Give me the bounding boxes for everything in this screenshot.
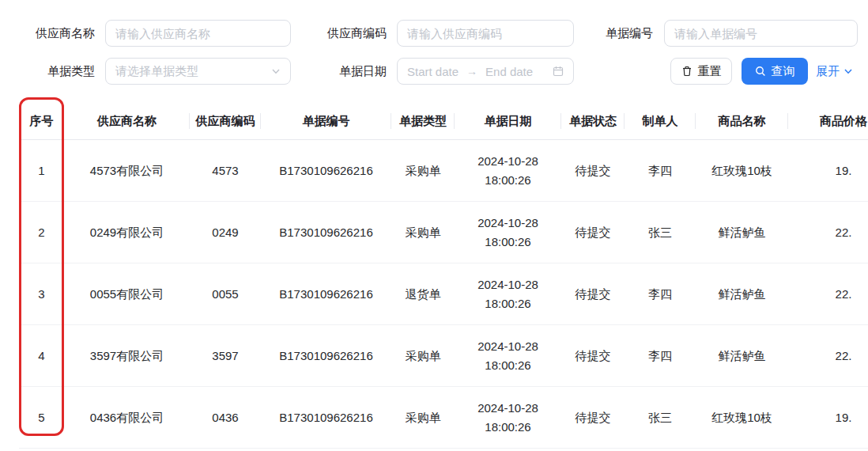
table-header-row: 序号 供应商名称 供应商编码 单据编号 单据类型 单据日期 单据状态 制单人 商… (19, 103, 868, 140)
doc-date-time: 18:00:26 (485, 294, 530, 313)
table-row: 2 0249有限公司 0249 B1730109626216 采购单 2024-… (19, 202, 868, 263)
cell-supplier-name: 4573有限公司 (64, 161, 190, 180)
cell-product-price: 19. (788, 161, 868, 180)
cell-doc-no: B1730109626216 (261, 285, 391, 304)
cell-seq: 4 (19, 347, 64, 366)
cell-doc-type: 采购单 (391, 223, 455, 242)
table-body: 1 4573有限公司 4573 B1730109626216 采购单 2024-… (19, 140, 868, 449)
doc-date-date: 2024-10-28 (477, 399, 538, 418)
search-button[interactable]: 查询 (742, 58, 808, 85)
cell-supplier-code: 0249 (190, 223, 261, 242)
column-header: 单据编号 (261, 103, 391, 140)
cell-status: 待提交 (561, 161, 625, 180)
doc-no-label: 单据编号 (558, 20, 653, 47)
table-row: 1 4573有限公司 4573 B1730109626216 采购单 2024-… (19, 140, 868, 202)
doc-no-input[interactable] (664, 20, 858, 47)
cell-product-price: 22. (788, 347, 868, 366)
page: 供应商名称 供应商编码 单据编号 单据类型 请选择单据类型 单据日期 Start… (0, 0, 868, 451)
cell-doc-date: 2024-10-28 18:00:26 (455, 214, 561, 252)
doc-date-date: 2024-10-28 (477, 275, 538, 294)
search-button-label: 查询 (772, 64, 795, 79)
cell-supplier-name: 0249有限公司 (64, 223, 190, 242)
cell-creator: 李四 (625, 161, 696, 180)
table-row: 3 0055有限公司 0055 B1730109626216 退货单 2024-… (19, 263, 868, 325)
cell-seq: 1 (19, 161, 64, 180)
cell-doc-type: 采购单 (391, 161, 455, 180)
cell-creator: 张三 (625, 223, 696, 242)
column-header: 制单人 (625, 103, 696, 140)
cell-supplier-code: 3597 (190, 347, 261, 366)
supplier-name-input[interactable] (105, 20, 291, 47)
cell-product-price: 22. (788, 285, 868, 304)
cell-seq: 5 (19, 408, 64, 427)
cell-doc-date: 2024-10-28 18:00:26 (455, 399, 561, 437)
cell-doc-no: B1730109626216 (261, 408, 391, 427)
cell-supplier-name: 0436有限公司 (64, 408, 190, 427)
cell-supplier-code: 0436 (190, 408, 261, 427)
cell-product-price: 19. (788, 408, 868, 427)
column-header: 单据类型 (391, 103, 455, 140)
cell-doc-no: B1730109626216 (261, 161, 391, 180)
cell-product-name: 红玫瑰10枝 (696, 161, 788, 180)
cell-doc-date: 2024-10-28 18:00:26 (455, 152, 561, 190)
cell-seq: 3 (19, 285, 64, 304)
table-row: 5 0436有限公司 0436 B1730109626216 采购单 2024-… (19, 387, 868, 449)
doc-date-time: 18:00:26 (485, 171, 530, 190)
doc-type-label: 单据类型 (0, 58, 95, 85)
cell-doc-no: B1730109626216 (261, 347, 391, 366)
cell-supplier-name: 0055有限公司 (64, 285, 190, 304)
table-row: 4 3597有限公司 3597 B1730109626216 采购单 2024-… (19, 325, 868, 387)
column-header: 序号 (19, 103, 64, 140)
column-header: 单据状态 (561, 103, 625, 140)
doc-date-range-picker[interactable]: Start date → End date (397, 58, 574, 85)
doc-date-label: 单据日期 (292, 58, 387, 85)
doc-date-time: 18:00:26 (485, 356, 530, 375)
calendar-icon (553, 66, 564, 77)
cell-doc-type: 采购单 (391, 347, 455, 366)
column-header: 商品名称 (696, 103, 788, 140)
cell-product-name: 鲜活鲈鱼 (696, 347, 788, 366)
cell-seq: 2 (19, 223, 64, 242)
trash-icon (681, 66, 693, 77)
doc-type-select-placeholder: 请选择单据类型 (115, 64, 271, 79)
supplier-code-input[interactable] (397, 20, 574, 47)
doc-date-date: 2024-10-28 (477, 337, 538, 356)
cell-supplier-code: 0055 (190, 285, 261, 304)
cell-supplier-name: 3597有限公司 (64, 347, 190, 366)
cell-product-name: 鲜活鲈鱼 (696, 223, 788, 242)
cell-status: 待提交 (561, 408, 625, 427)
cell-status: 待提交 (561, 285, 625, 304)
chevron-down-icon (271, 66, 281, 76)
column-header: 供应商名称 (64, 103, 190, 140)
reset-button-label: 重置 (698, 64, 722, 79)
cell-creator: 李四 (625, 347, 696, 366)
doc-type-select[interactable]: 请选择单据类型 (105, 58, 291, 85)
column-header: 商品价格 (788, 103, 868, 140)
cell-product-name: 鲜活鲈鱼 (696, 285, 788, 304)
cell-status: 待提交 (561, 223, 625, 242)
expand-label: 展开 (816, 64, 840, 79)
cell-doc-date: 2024-10-28 18:00:26 (455, 275, 561, 313)
doc-date-time: 18:00:26 (485, 233, 530, 252)
cell-status: 待提交 (561, 347, 625, 366)
cell-doc-date: 2024-10-28 18:00:26 (455, 337, 561, 375)
search-icon (755, 66, 766, 77)
column-header: 单据日期 (455, 103, 561, 140)
cell-creator: 李四 (625, 285, 696, 304)
doc-date-time: 18:00:26 (485, 418, 530, 437)
supplier-name-label: 供应商名称 (0, 20, 95, 47)
start-date-placeholder: Start date (407, 65, 459, 78)
date-range-arrow-icon: → (466, 65, 477, 78)
chevron-down-icon (843, 66, 853, 76)
expand-toggle[interactable]: 展开 (816, 58, 853, 85)
doc-date-date: 2024-10-28 (477, 152, 538, 171)
doc-date-date: 2024-10-28 (477, 214, 538, 233)
cell-doc-type: 退货单 (391, 285, 455, 304)
cell-product-name: 红玫瑰10枝 (696, 408, 788, 427)
cell-doc-no: B1730109626216 (261, 223, 391, 242)
cell-doc-type: 采购单 (391, 408, 455, 427)
cell-creator: 张三 (625, 408, 696, 427)
reset-button[interactable]: 重置 (670, 58, 732, 85)
cell-product-price: 22. (788, 223, 868, 242)
cell-supplier-code: 4573 (190, 161, 261, 180)
